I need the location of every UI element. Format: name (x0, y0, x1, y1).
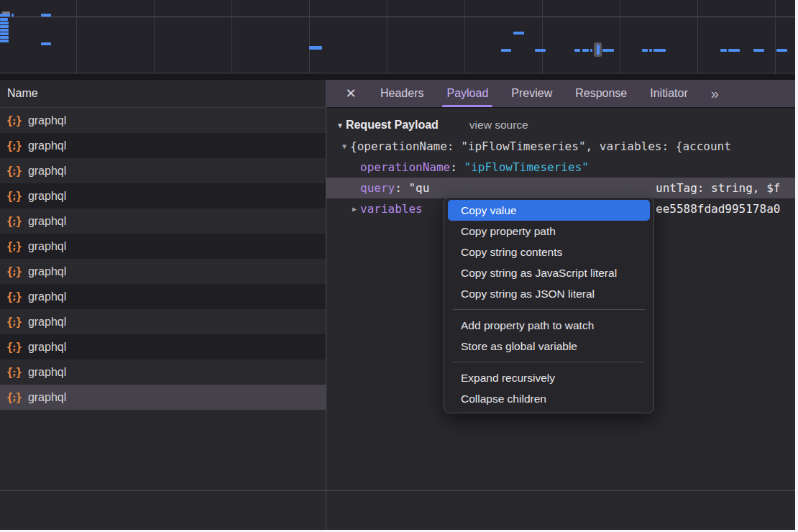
menu-separator (453, 309, 645, 310)
menu-item-expand-recursively[interactable]: Expand recursively (448, 367, 650, 388)
timeline-gridline (697, 0, 698, 74)
request-timing-bar[interactable] (0, 25, 9, 28)
request-list: {;} graphql {;} graphql {;} graphql {;} … (0, 108, 326, 410)
collapse-triangle-icon[interactable]: ▼ (336, 121, 344, 129)
request-timing-bar[interactable] (753, 49, 764, 52)
key-separator: : (450, 160, 464, 174)
network-overview-timeline[interactable] (0, 0, 795, 74)
pane-divider[interactable] (326, 80, 326, 530)
request-timing-bar[interactable] (0, 22, 9, 24)
json-braces-icon: {;} (6, 391, 22, 404)
request-name-label: graphql (28, 190, 66, 203)
timeline-gridline (387, 0, 387, 74)
variables-value-right-fragment: ee5588fdad995178a0 (656, 198, 780, 219)
property-key: operationName (360, 160, 450, 174)
table-row[interactable]: {;} graphql (0, 359, 326, 385)
request-timing-bar[interactable] (720, 49, 727, 52)
request-timing-bar[interactable] (653, 49, 666, 52)
menu-item-add-property-path-to-watch[interactable]: Add property path to watch (448, 315, 650, 336)
menu-item-store-as-global-variable[interactable]: Store as global variable (448, 336, 650, 357)
tab-payload[interactable]: Payload (435, 80, 500, 107)
menu-item-copy-string-as-javascript-literal[interactable]: Copy string as JavaScript literal (448, 262, 650, 283)
request-timing-bar[interactable] (309, 46, 322, 50)
key-separator: : (395, 181, 408, 195)
window-edge-right (795, 0, 798, 532)
table-row-selected[interactable]: {;} graphql (0, 385, 326, 410)
timeline-gridline (309, 0, 310, 74)
tab-label: Preview (511, 87, 552, 100)
table-row[interactable]: {;} graphql (0, 183, 326, 208)
request-timing-bar[interactable] (728, 49, 740, 52)
menu-item-copy-string-as-json-literal[interactable]: Copy string as JSON literal (448, 283, 650, 304)
request-timing-bar[interactable] (0, 32, 9, 35)
json-braces-icon: {;} (6, 316, 22, 329)
json-braces-icon: {;} (6, 290, 22, 303)
table-row[interactable]: {;} graphql (0, 284, 326, 309)
tab-initiator[interactable]: Initiator (638, 80, 699, 107)
close-icon[interactable]: ✕ (343, 86, 359, 101)
request-payload-section-header[interactable]: ▼ Request Payload view source (326, 107, 795, 136)
query-row-context-target[interactable]: query: "qu untTag: string, $f (326, 178, 795, 198)
expanded-triangle-icon[interactable]: ▼ (339, 142, 350, 150)
timeline-gridline (154, 0, 155, 74)
menu-item-copy-property-path[interactable]: Copy property path (448, 221, 650, 242)
request-timing-bar[interactable] (0, 36, 9, 39)
timeline-hover-marker-bar (597, 45, 600, 55)
name-column-header[interactable]: Name (0, 80, 326, 108)
tab-label: Headers (380, 87, 423, 100)
json-braces-icon: {;} (6, 215, 22, 228)
tab-label: Initiator (650, 87, 687, 100)
request-timing-bar[interactable] (602, 49, 614, 52)
table-row[interactable]: {;} graphql (0, 234, 326, 259)
json-braces-icon: {;} (6, 341, 22, 354)
request-timing-bar[interactable] (0, 40, 9, 42)
tab-preview[interactable]: Preview (500, 80, 564, 107)
request-name-label: graphql (28, 165, 66, 178)
table-row[interactable]: {;} graphql (0, 309, 326, 334)
request-name-label: graphql (28, 240, 66, 253)
request-timing-bar[interactable] (535, 49, 546, 52)
menu-item-collapse-children[interactable]: Collapse children (448, 388, 650, 409)
table-row[interactable]: {;} graphql (0, 208, 326, 234)
tab-response[interactable]: Response (564, 80, 638, 107)
request-timing-bar[interactable] (0, 29, 9, 32)
expand-triangle-icon[interactable]: ▶ (349, 205, 360, 213)
table-row[interactable]: {;} graphql (0, 334, 326, 359)
timeline-gridline (620, 0, 620, 74)
table-row[interactable]: {;} graphql (0, 259, 326, 284)
request-timing-bar[interactable] (0, 18, 8, 21)
table-row[interactable]: {;} graphql (0, 108, 326, 133)
request-timing-bar[interactable] (776, 49, 787, 52)
timeline-gridline (231, 0, 232, 74)
request-timing-bar[interactable] (41, 42, 51, 45)
request-timing-bar[interactable] (41, 14, 51, 17)
json-braces-icon: {;} (6, 265, 22, 278)
menu-item-copy-value[interactable]: Copy value (448, 200, 650, 221)
request-timing-bar[interactable] (649, 49, 652, 52)
table-row[interactable]: {;} graphql (0, 158, 326, 183)
property-key: query (360, 181, 395, 195)
tab-headers[interactable]: Headers (369, 80, 435, 107)
menu-item-copy-string-contents[interactable]: Copy string contents (448, 242, 650, 262)
more-tabs-icon[interactable]: » (704, 86, 726, 102)
json-braces-icon: {;} (6, 240, 22, 253)
payload-root-row[interactable]: ▼ {operationName: "ipFlowTimeseries", va… (326, 136, 795, 157)
json-braces-icon: {;} (6, 366, 22, 379)
request-timing-bar[interactable] (0, 14, 10, 17)
operation-name-row[interactable]: operationName: "ipFlowTimeseries" (326, 157, 795, 178)
tab-label: Payload (446, 87, 488, 100)
json-braces-icon: {;} (6, 165, 22, 178)
property-key: variables (360, 202, 423, 216)
request-timing-bar[interactable] (12, 14, 14, 17)
request-timing-bar[interactable] (501, 49, 511, 52)
table-row[interactable]: {;} graphql (0, 133, 326, 158)
devtools-network-panel: Name {;} graphql {;} graphql {;} graphql… (0, 0, 795, 530)
request-timing-bar[interactable] (642, 49, 648, 52)
request-timing-bar[interactable] (574, 49, 580, 52)
request-name-label: graphql (28, 316, 66, 329)
request-timing-bar[interactable] (513, 32, 524, 35)
request-timing-bar[interactable] (590, 49, 592, 52)
view-source-link[interactable]: view source (469, 119, 528, 132)
request-timing-bar[interactable] (582, 49, 589, 52)
timeline-gridline (775, 0, 776, 74)
